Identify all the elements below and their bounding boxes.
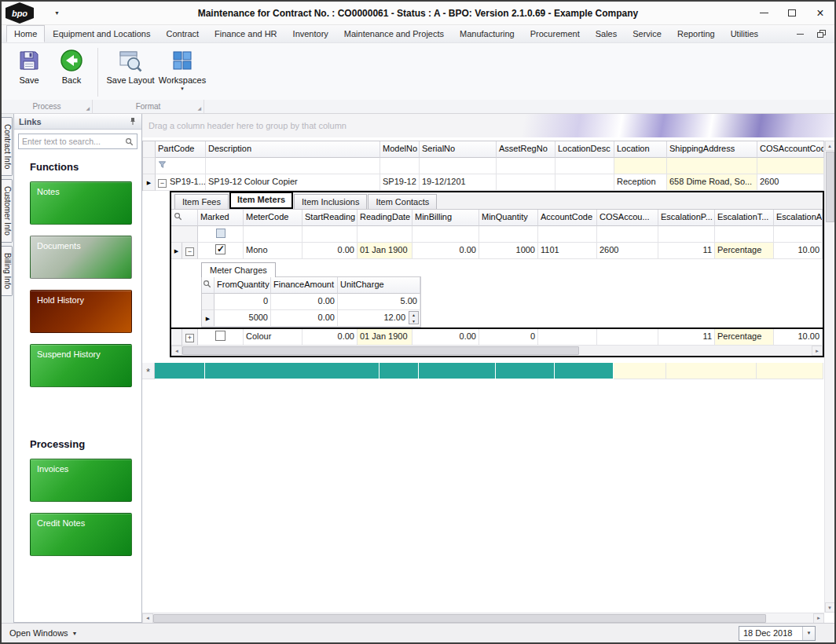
cell-fromquantity[interactable]: 5000 (214, 310, 271, 327)
cell-marked[interactable] (198, 243, 244, 259)
search-icon[interactable] (125, 137, 134, 146)
cell-shippingaddress[interactable]: 658 Dime Road, So... (667, 174, 757, 191)
quick-access-dropdown-icon[interactable]: ▼ (54, 10, 60, 16)
side-tab-customer-info[interactable]: Customer Info (2, 179, 13, 243)
date-picker[interactable]: 18 Dec 2018 ▼ (739, 626, 816, 641)
workspaces-button[interactable]: Workspaces ▼ (156, 46, 208, 97)
new-cell-assetregno[interactable] (496, 363, 555, 379)
filter-metercode[interactable] (244, 226, 302, 243)
save-layout-button[interactable]: Save Layout (104, 46, 156, 97)
new-cell-locationdesc[interactable] (555, 363, 614, 379)
scroll-left-icon[interactable] (142, 613, 153, 624)
ribbon-tab-contract[interactable]: Contract (159, 25, 207, 42)
filter-assetregno[interactable] (497, 158, 556, 174)
filter-description[interactable] (206, 158, 380, 174)
cell-metercode[interactable]: Mono (244, 243, 302, 259)
new-cell-serialno[interactable] (419, 363, 496, 379)
filter-readingdate[interactable] (358, 226, 412, 243)
grid-new-row[interactable] (142, 363, 834, 379)
vscrollbar-thumb[interactable] (826, 152, 834, 222)
minimize-button[interactable] (750, 2, 778, 24)
detail-search-header[interactable] (202, 277, 214, 294)
spin-up-icon[interactable] (409, 312, 418, 318)
mdi-restore-button[interactable] (816, 28, 828, 39)
back-button[interactable]: Back (50, 46, 93, 97)
col-header-serialno[interactable]: SerialNo (420, 141, 497, 158)
ribbon-tab-inventory[interactable]: Inventory (285, 25, 336, 42)
unchecked-checkbox-icon[interactable] (215, 331, 226, 341)
number-spinner[interactable] (409, 311, 419, 324)
dialog-launcher-icon[interactable]: ◢ (197, 105, 201, 111)
cell-escalationp[interactable]: 11 (658, 243, 715, 259)
cell-assetregno[interactable] (497, 174, 556, 191)
col-header-escalationa[interactable]: EscalationA... (774, 210, 823, 226)
tab-meter-charges[interactable]: Meter Charges (201, 262, 276, 277)
ribbon-tab-manufacturing[interactable]: Manufacturing (452, 25, 522, 42)
cell-location[interactable]: Reception (614, 174, 667, 191)
ribbon-tab-service[interactable]: Service (625, 25, 669, 42)
open-windows-button[interactable]: Open Windows ▼ (9, 628, 78, 638)
cell-modelno[interactable]: SP19-12 (380, 174, 420, 191)
cell-minquantity[interactable]: 1000 (479, 243, 538, 259)
filter-escalationp[interactable] (658, 226, 715, 243)
col-header-accountcode[interactable]: AccountCode (538, 210, 597, 226)
cell-partcode[interactable]: −SP19-1... (156, 174, 206, 191)
cell-escalationt[interactable]: Percentage (715, 329, 774, 346)
cell-financeamount[interactable]: 0.00 (271, 294, 338, 310)
grid-vscrollbar[interactable] (824, 141, 834, 613)
cell-escalationp[interactable]: 11 (658, 329, 715, 346)
scroll-right-icon[interactable] (813, 613, 824, 624)
workspaces-dropdown-icon[interactable]: ▼ (180, 86, 185, 91)
filter-minquantity[interactable] (479, 226, 538, 243)
col-header-partcode[interactable]: PartCode (156, 141, 206, 158)
tab-item-meters[interactable]: Item Meters (229, 192, 293, 209)
new-cell-partcode[interactable] (155, 363, 205, 379)
new-cell-location[interactable] (614, 363, 666, 379)
cell-minbilling[interactable]: 0.00 (412, 243, 479, 259)
filter-locationdesc[interactable] (556, 158, 614, 174)
cell-minquantity[interactable]: 0 (479, 329, 538, 346)
cell-serialno[interactable]: 19-12/1201 (420, 174, 497, 191)
cell-escalationa[interactable]: 10.00 (774, 243, 823, 259)
col-header-fromquantity[interactable]: FromQuantity (214, 277, 271, 294)
filter-cosaccountcode[interactable] (757, 158, 824, 174)
col-header-cosaccountcode[interactable]: COSAccountCode (757, 141, 824, 158)
side-tab-contract-info[interactable]: Contract Info (2, 117, 13, 176)
filter-escalationa[interactable] (774, 226, 823, 243)
notes-button[interactable]: Notes (30, 181, 132, 225)
dialog-launcher-icon[interactable]: ◢ (86, 105, 90, 111)
col-header-escalationt[interactable]: EscalationT... (715, 210, 774, 226)
col-header-cosaccount[interactable]: COSAccou... (597, 210, 658, 226)
cell-description[interactable]: SP19-12 Colour Copier (206, 174, 380, 191)
new-cell-description[interactable] (205, 363, 380, 379)
mdi-minimize-button[interactable] (794, 28, 806, 39)
scroll-up-icon[interactable] (825, 141, 835, 151)
filter-startreading[interactable] (302, 226, 358, 243)
collapse-row-icon[interactable]: − (158, 179, 167, 188)
cell-escalationa[interactable]: 10.00 (774, 329, 823, 346)
ribbon-tab-reporting[interactable]: Reporting (669, 25, 723, 42)
cell-locationdesc[interactable] (556, 174, 614, 191)
cell-readingdate[interactable]: 01 Jan 1900 (358, 243, 412, 259)
cell-unitcharge[interactable]: 5.00 (338, 294, 420, 310)
new-cell-modelno[interactable] (380, 363, 419, 379)
hscrollbar-thumb[interactable] (182, 346, 579, 355)
tab-item-fees[interactable]: Item Fees (174, 194, 229, 209)
tab-item-inclusions[interactable]: Item Inclusions (294, 194, 367, 209)
hscrollbar-thumb[interactable] (153, 614, 766, 623)
col-header-unitcharge[interactable]: UnitCharge (338, 277, 420, 294)
filter-serialno[interactable] (420, 158, 497, 174)
col-header-financeamount[interactable]: FinanceAmount (271, 277, 338, 294)
filter-location[interactable] (614, 158, 667, 174)
cell-cosaccount[interactable]: 2600 (597, 243, 658, 259)
col-header-startreading[interactable]: StartReading (302, 210, 358, 226)
suspend-history-button[interactable]: Suspend History (30, 344, 132, 387)
cell-fromquantity[interactable]: 0 (214, 294, 271, 310)
col-header-minbilling[interactable]: MinBilling (412, 210, 479, 226)
cell-startreading[interactable]: 0.00 (302, 329, 358, 346)
date-dropdown-button[interactable]: ▼ (802, 627, 815, 640)
ribbon-tab-procurement[interactable]: Procurement (522, 25, 588, 42)
cell-escalationt[interactable]: Percentage (715, 243, 774, 259)
filter-cosaccount[interactable] (597, 226, 658, 243)
filter-modelno[interactable] (380, 158, 420, 174)
